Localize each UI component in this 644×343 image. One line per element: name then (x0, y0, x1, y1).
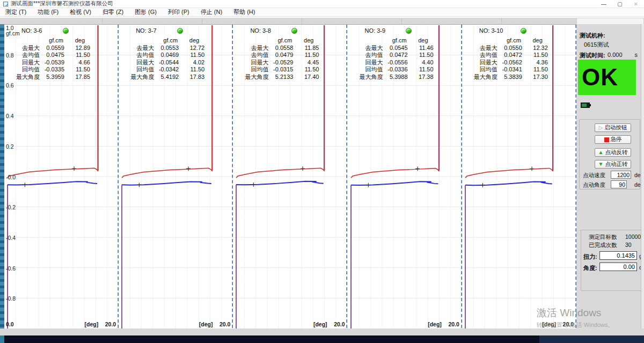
chart-panel-3-6: NO: 3-6gf.cmdeg去最大0.055912.89去均值0.047511… (4, 24, 119, 329)
jog-reverse-button[interactable]: ▲点动反转 (595, 148, 631, 157)
stats-col-header: deg (183, 37, 204, 45)
stats-row: 去均值0.047211.50 (467, 52, 548, 59)
panel-no-label: NO: 3-6 (21, 27, 42, 34)
stats-row: 回均值-0.034111.50 (467, 66, 548, 74)
band-separator (501, 18, 502, 24)
stats-col-header: gf.cm (157, 37, 183, 45)
band-separator (102, 18, 103, 24)
jog-speed-input[interactable] (611, 171, 631, 179)
right-scroll-rail[interactable] (641, 24, 644, 329)
stats-row: 最大角度5.395917.85 (10, 74, 90, 81)
stats-col-header: deg (412, 37, 434, 45)
result-indicator: OK (578, 60, 636, 95)
stats-row: 回均值-0.034211.50 (124, 66, 204, 74)
test-time-label: 测试时间: (580, 52, 605, 59)
control-sidebar: 测试机种: 0615测试 测试时间: 0.000 s OK ▷启动按钮 急停 ▲… (576, 24, 644, 329)
stats-row: 去最大0.055811.85 (238, 45, 319, 52)
toolbar-band (0, 17, 644, 24)
stats-row: 去最大0.055912.89 (10, 45, 90, 52)
torque-input[interactable] (599, 251, 637, 260)
stats-row: 回最大-0.05394.66 (10, 59, 90, 67)
estop-button[interactable]: 急停 (595, 135, 631, 144)
stats-table: gf.cmdeg去最大0.055912.89去均值0.047511.50回最大-… (10, 37, 90, 81)
maximize-button[interactable]: ▢ (612, 0, 628, 8)
close-button[interactable]: ✕ (628, 0, 644, 8)
angle-row: 角度: deg (583, 264, 644, 272)
menu-item-h[interactable]: 帮助 (H) (230, 8, 258, 16)
x-axis-unit-label: [deg] (85, 321, 99, 327)
y-tick-label: -0.6 (6, 266, 16, 271)
stats-col-header: deg (526, 37, 548, 45)
stats-row: 去最大0.055312.72 (124, 45, 204, 52)
panel-no-label: NO: 3-10 (479, 27, 503, 34)
x-axis-unit-label: [deg] (199, 321, 213, 327)
start-button[interactable]: ▷启动按钮 (595, 123, 631, 132)
panel-no-label: NO: 3-8 (250, 27, 271, 34)
stats-col-header: gf.cm (386, 37, 412, 45)
stop-square-icon (604, 137, 609, 142)
torque-row: 扭力: gf.cm (583, 253, 644, 261)
y-tick-label: 0.4 (6, 113, 14, 119)
stats-row: 最大角度5.419217.83 (124, 74, 204, 81)
panels-row: NO: 3-6gf.cmdeg去最大0.055912.89去均值0.047511… (4, 24, 576, 329)
torque-label: 扭力: (583, 253, 597, 260)
arrow-up-icon: ▲ (598, 150, 604, 155)
menu-item-p[interactable]: 列印 (P) (165, 8, 193, 16)
stats-col-header: gf.cm (43, 37, 69, 45)
stats-row: 最大角度5.213317.40 (238, 74, 319, 81)
window-controls: —▢✕ (596, 0, 644, 8)
angle-label: 角度: (583, 265, 597, 271)
test-time-row: 测试时间: 0.000 s (580, 52, 640, 60)
menu-item-g[interactable]: 图形 (G) (131, 8, 160, 16)
menu-bar: 测定 (T)功能 (F)检视 (V)归零 (Z)图形 (G)列印 (P)停止 (… (0, 8, 644, 17)
left-border-strip (0, 24, 4, 329)
stats-row: 回最大-0.05564.40 (353, 59, 434, 67)
y-tick-label: 0.8 (6, 53, 14, 58)
stats-col-header: deg (69, 37, 90, 45)
x-axis-unit-label: [deg] (313, 321, 327, 327)
stats-row: 去均值0.046911.50 (124, 52, 204, 59)
y-tick-label: 0.2 (6, 144, 14, 149)
main-area: NO: 3-6gf.cmdeg去最大0.055912.89去均值0.047511… (0, 24, 644, 329)
minimize-button[interactable]: — (596, 0, 612, 8)
x-max-label: 20.0 (219, 321, 230, 327)
chart-panel-3-10: NO: 3-10gf.cmdeg去最大0.055012.32去均值0.04721… (462, 24, 576, 329)
stats-col-header: deg (297, 37, 319, 45)
angle-input[interactable] (599, 262, 637, 271)
status-green-dot (177, 28, 183, 34)
menu-item-f[interactable]: 功能 (F) (34, 8, 62, 16)
panel-no-label: NO: 3-9 (365, 27, 386, 34)
x-max-label: 20.0 (448, 321, 459, 327)
stats-row: 回最大-0.05294.45 (238, 59, 319, 67)
status-green-dot (521, 28, 526, 34)
battery-icon (581, 103, 590, 108)
y-tick-label: -0.0 (6, 174, 16, 180)
stats-row: 回均值-0.033511.50 (10, 66, 90, 74)
stats-table: gf.cmdeg去最大0.055012.32去均值0.047211.50回最大-… (467, 37, 548, 81)
x-max-label: 20.0 (563, 321, 574, 327)
title-bar: 测试画面***深圳市磐石测控仪器有限公司 —▢✕ (0, 0, 644, 8)
machine-type-value: 0615测试 (584, 41, 609, 49)
jog-angle-input[interactable] (611, 180, 627, 188)
jog-control-group: ▷启动按钮 急停 ▲点动反转 ▼点动正转 点动速度 deg/min 点动角度 d… (579, 119, 640, 189)
stats-col-header: gf.cm (272, 37, 297, 45)
band-separator (302, 18, 302, 24)
menu-item-z[interactable]: 归零 (Z) (99, 8, 127, 16)
stats-row: 最大角度5.383917.30 (467, 74, 548, 81)
y-tick-label: -0.2 (6, 205, 16, 210)
chart-panel-3-7: NO: 3-7gf.cmdeg去最大0.055312.72去均值0.046911… (119, 24, 233, 329)
y-tick-label: -0.4 (6, 235, 16, 240)
app-icon (3, 2, 8, 6)
jog-forward-button[interactable]: ▼点动正转 (595, 160, 631, 169)
x-axis-unit-label: [deg] (428, 321, 442, 327)
test-time-unit: s (635, 52, 638, 58)
menu-item-v[interactable]: 检视 (V) (67, 8, 94, 16)
jog-angle-row: 点动角度 deg (583, 181, 639, 189)
test-time-value: 0.000 (608, 52, 623, 58)
menu-item-n[interactable]: 停止 (N) (197, 8, 225, 16)
bottom-strip (0, 329, 644, 335)
done-count-value: 30 (625, 242, 632, 248)
taskbar[interactable] (0, 335, 644, 343)
menu-item-t[interactable]: 测定 (T) (2, 8, 30, 16)
panel-no-label: NO: 3-7 (136, 27, 157, 34)
